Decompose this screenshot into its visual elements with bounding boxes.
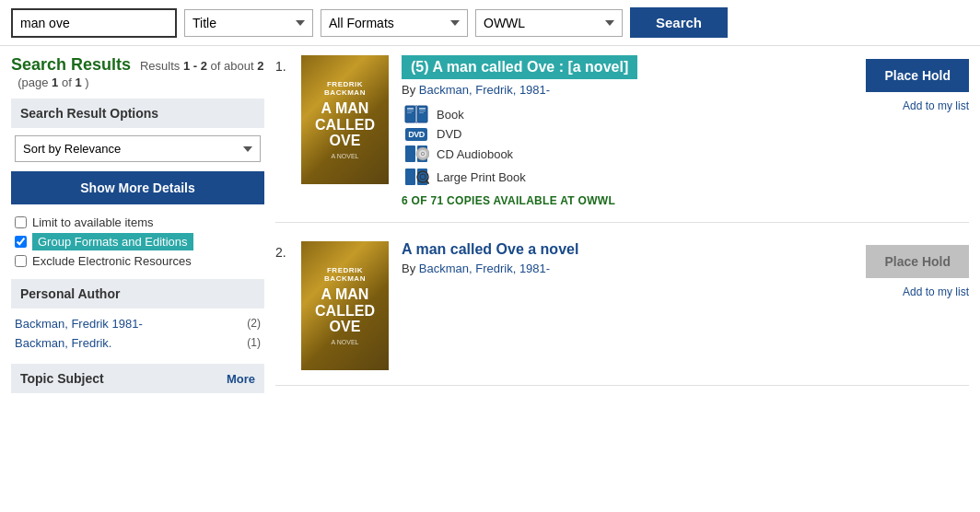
format-list-1: Book DVD DVD xyxy=(402,104,831,187)
result-number-1: 1. xyxy=(275,55,301,207)
search-button[interactable]: Search xyxy=(630,7,728,38)
topic-subject-facet: Topic Subject More xyxy=(11,364,264,393)
author-link-2[interactable]: Backman, Fredrik. xyxy=(15,336,111,350)
show-more-details-button[interactable]: Show More Details xyxy=(11,171,264,204)
large-print-icon xyxy=(402,167,431,187)
sidebar: Search Results Results 1 - 2 of about 2 … xyxy=(11,55,264,404)
place-hold-button-2[interactable]: Place Hold xyxy=(866,245,969,278)
sidebar-options-header: Search Result Options xyxy=(11,99,264,128)
svg-rect-4 xyxy=(407,108,414,110)
personal-author-facet: Personal Author Backman, Fredrik 1981- (… xyxy=(11,279,264,353)
topic-subject-header: Topic Subject More xyxy=(11,364,264,393)
search-bar: Title Author Subject ISBN Keyword All Fo… xyxy=(0,0,980,46)
result-details-1: (5) A man called Ove : [a novel] By Back… xyxy=(402,55,831,207)
format-cd: CD Audiobook xyxy=(402,144,831,164)
sort-select[interactable]: Sort by Relevance Sort by Title Sort by … xyxy=(15,135,261,162)
add-to-list-link-1[interactable]: Add to my list xyxy=(903,99,969,112)
svg-rect-9 xyxy=(419,112,424,113)
format-select[interactable]: All Formats Book DVD CD Audiobook Large … xyxy=(321,9,468,37)
checkbox-group: Limit to available items Group Formats a… xyxy=(11,215,264,268)
result-title-2[interactable]: A man called Ove a novel xyxy=(402,241,831,258)
limit-available-checkbox[interactable] xyxy=(15,216,27,228)
search-input[interactable] xyxy=(11,8,177,38)
result-author-1: By Backman, Fredrik, 1981- xyxy=(402,83,831,97)
facet-item: Backman, Fredrik. (1) xyxy=(11,333,264,353)
exclude-electronic-label: Exclude Electronic Resources xyxy=(32,254,192,268)
exclude-electronic-item: Exclude Electronic Resources xyxy=(15,254,261,268)
result-item-1: 1. FREDRIK BACKMAN A MANCALLEDOVE A NOVE… xyxy=(275,55,969,223)
cd-icon xyxy=(402,144,431,164)
author-link-1[interactable]: Backman, Fredrik 1981- xyxy=(15,317,143,331)
search-results-header: Search Results Results 1 - 2 of about 2 … xyxy=(11,55,264,89)
library-select[interactable]: OWWL All Libraries xyxy=(475,9,623,37)
result-actions-1: Place Hold Add to my list xyxy=(831,55,969,207)
result-cover-2: FREDRIK BACKMAN A MANCALLEDOVE A NOVEL xyxy=(301,241,389,370)
author-name-link-1[interactable]: Backman, Fredrik, 1981- xyxy=(419,83,550,97)
svg-point-15 xyxy=(422,153,424,155)
dvd-icon: DVD xyxy=(402,128,431,141)
format-large-print-label: Large Print Book xyxy=(437,170,526,184)
format-cd-label: CD Audiobook xyxy=(437,147,513,161)
result-number-2: 2. xyxy=(275,241,301,370)
place-hold-button-1[interactable]: Place Hold xyxy=(866,59,969,92)
copies-available-1: 6 OF 71 COPIES AVAILABLE AT OWWL xyxy=(402,194,831,207)
svg-rect-10 xyxy=(405,145,415,162)
limit-available-label: Limit to available items xyxy=(32,215,154,229)
results-area: 1. FREDRIK BACKMAN A MANCALLEDOVE A NOVE… xyxy=(275,55,969,404)
group-formats-item: Group Formats and Editions xyxy=(15,235,261,249)
result-details-2: A man called Ove a novel By Backman, Fre… xyxy=(402,241,831,370)
author-count-1: (2) xyxy=(247,317,261,331)
format-large-print: Large Print Book xyxy=(402,167,831,187)
svg-rect-16 xyxy=(405,169,415,185)
book-cover-art-1: FREDRIK BACKMAN A MANCALLEDOVE A NOVEL xyxy=(301,55,389,184)
author-count-2: (1) xyxy=(247,336,261,350)
personal-author-header: Personal Author xyxy=(11,279,264,308)
facet-item: Backman, Fredrik 1981- (2) xyxy=(11,314,264,333)
limit-available-item: Limit to available items xyxy=(15,215,261,229)
exclude-electronic-checkbox[interactable] xyxy=(15,255,27,267)
svg-rect-5 xyxy=(407,111,414,111)
format-dvd: DVD DVD xyxy=(402,127,831,141)
group-formats-checkbox[interactable] xyxy=(15,236,27,248)
add-to-list-link-2[interactable]: Add to my list xyxy=(903,285,969,298)
result-author-2: By Backman, Fredrik, 1981- xyxy=(402,262,831,275)
format-book: Book xyxy=(402,104,831,124)
result-actions-2: Place Hold Add to my list xyxy=(831,241,969,370)
group-formats-label[interactable]: Group Formats and Editions xyxy=(32,235,193,249)
svg-rect-6 xyxy=(407,112,412,113)
main-container: Search Results Results 1 - 2 of about 2 … xyxy=(0,46,980,413)
format-book-label: Book xyxy=(437,108,464,122)
topic-more-link[interactable]: More xyxy=(227,372,255,386)
sort-select-wrap: Sort by Relevance Sort by Title Sort by … xyxy=(11,135,264,162)
title-select[interactable]: Title Author Subject ISBN Keyword xyxy=(184,9,313,37)
svg-rect-7 xyxy=(419,108,426,110)
result-item-2: 2. FREDRIK BACKMAN A MANCALLEDOVE A NOVE… xyxy=(275,241,969,386)
format-dvd-label: DVD xyxy=(437,127,461,141)
search-results-title: Search Results xyxy=(11,55,131,74)
svg-rect-8 xyxy=(419,111,426,111)
result-title-1[interactable]: (5) A man called Ove : [a novel] xyxy=(402,55,637,79)
result-cover-1: FREDRIK BACKMAN A MANCALLEDOVE A NOVEL xyxy=(301,55,389,184)
book-cover-art-2: FREDRIK BACKMAN A MANCALLEDOVE A NOVEL xyxy=(301,241,389,370)
author-name-link-2[interactable]: Backman, Fredrik, 1981- xyxy=(419,262,550,275)
book-icon xyxy=(402,104,431,124)
